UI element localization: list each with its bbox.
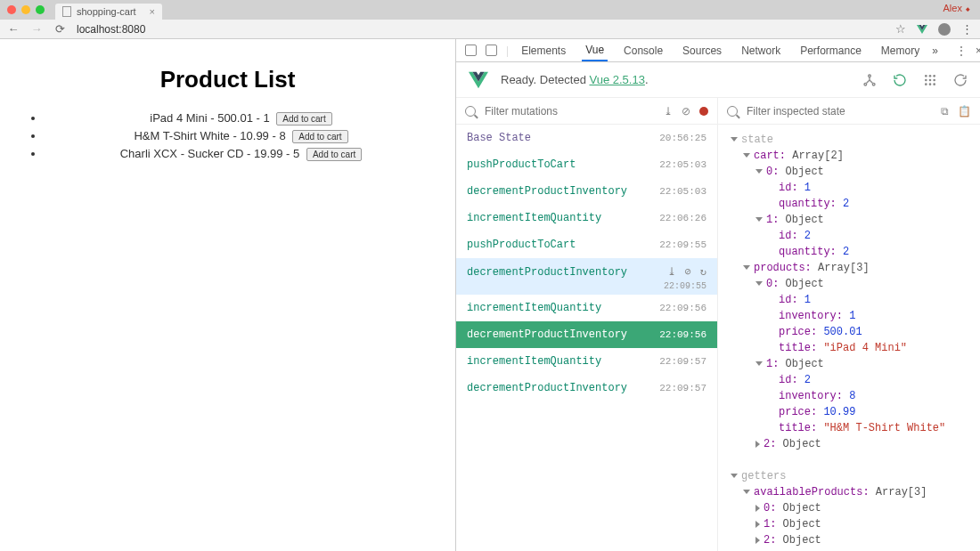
tree-row[interactable]: 2: Object [727, 436, 971, 452]
events-icon[interactable] [923, 73, 937, 87]
time-travel-icon[interactable]: ↻ [700, 265, 706, 279]
svg-point-11 [933, 83, 935, 85]
user-label[interactable]: Alex ⬥ [943, 3, 971, 13]
tree-row[interactable]: availableProducts: Array[3] [727, 484, 971, 500]
devtools-tabs: | ElementsVueConsoleSourcesNetworkPerfor… [456, 39, 980, 62]
forward-icon[interactable]: → [30, 22, 43, 36]
tree-row[interactable]: 1: Object [727, 356, 971, 372]
revert-icon[interactable]: ⊘ [685, 265, 691, 279]
svg-point-5 [933, 75, 935, 77]
state-panel: ⧉ 📋 statecart: Array[2]0: Objectid: 1qua… [718, 98, 980, 551]
mutation-item[interactable]: decrementProductInventory22:09:57 [456, 375, 717, 401]
tree-row[interactable]: 0: Object [727, 276, 971, 292]
tree-row[interactable]: 1: Object [727, 516, 971, 532]
components-icon[interactable] [862, 73, 877, 87]
tree-row[interactable]: products: Array[3] [727, 260, 971, 276]
vue-extension-icon[interactable] [917, 24, 927, 35]
state-filter-input[interactable] [747, 105, 932, 117]
vue-status-text: Ready. Detected Vue 2.5.13. [501, 73, 649, 86]
tree-row: title: "H&M T-Shirt White" [727, 420, 971, 436]
mutation-item[interactable]: decrementProductInventory22:09:56 [456, 321, 717, 348]
vuex-icon[interactable] [893, 73, 907, 87]
svg-point-8 [933, 78, 935, 81]
mutation-item[interactable]: decrementProductInventory22:05:03 [456, 178, 717, 205]
tree-row: id: 1 [727, 180, 971, 196]
vue-logo-icon [469, 70, 488, 90]
add-to-cart-button[interactable]: Add to cart [292, 130, 347, 143]
refresh-icon[interactable] [953, 73, 968, 87]
tree-row: inventory: 1 [727, 308, 971, 324]
mutations-list: Base State20:56:25pushProductToCart22:05… [456, 125, 717, 551]
star-icon[interactable]: ☆ [895, 22, 906, 36]
mutation-item[interactable]: incrementItemQuantity22:06:26 [456, 205, 717, 231]
close-window-icon[interactable] [7, 5, 16, 14]
commit-all-icon[interactable]: ⤓ [664, 105, 673, 117]
menu-icon[interactable]: ⋮ [961, 22, 973, 36]
vue-devtools-header: Ready. Detected Vue 2.5.13. [456, 62, 980, 98]
devtools-tab-sources[interactable]: Sources [679, 39, 725, 61]
tree-row: title: "iPad 4 Mini" [727, 340, 971, 356]
svg-point-3 [925, 75, 927, 77]
svg-point-10 [929, 83, 932, 85]
tree-row: quantity: 2 [727, 196, 971, 212]
svg-point-6 [925, 78, 927, 81]
copy-state-icon[interactable]: ⧉ [941, 105, 949, 117]
vue-version-link[interactable]: Vue 2.5.13 [589, 73, 644, 86]
mutations-filter-input[interactable] [485, 105, 655, 117]
tab-title: shopping-cart [77, 6, 136, 17]
close-tab-icon[interactable]: × [150, 6, 155, 17]
device-toggle-icon[interactable] [486, 45, 497, 56]
recording-icon[interactable] [699, 107, 708, 116]
back-icon[interactable]: ← [7, 22, 20, 36]
export-state-icon[interactable]: 📋 [958, 105, 971, 117]
mutation-item[interactable]: pushProductToCart22:09:55 [456, 231, 717, 258]
maximize-window-icon[interactable] [36, 5, 45, 14]
revert-all-icon[interactable]: ⊘ [682, 105, 690, 117]
mutation-item[interactable]: decrementProductInventory⤓⊘↻22:09:55 [456, 258, 717, 295]
devtools-tab-elements[interactable]: Elements [518, 39, 569, 61]
tree-row: inventory: 8 [727, 388, 971, 404]
devtools-menu-icon[interactable]: ⋮ [956, 45, 967, 57]
tree-row: id: 2 [727, 228, 971, 244]
state-tree: statecart: Array[2]0: Objectid: 1quantit… [718, 125, 980, 551]
commit-icon[interactable]: ⤓ [667, 265, 676, 279]
tree-row[interactable]: cart: Array[2] [727, 148, 971, 164]
add-to-cart-button[interactable]: Add to cart [306, 148, 362, 161]
add-to-cart-button[interactable]: Add to cart [276, 112, 331, 126]
window-controls [0, 0, 52, 20]
mutation-item[interactable]: Base State20:56:25 [456, 125, 717, 151]
tree-row: id: 2 [727, 372, 971, 388]
devtools-tab-memory[interactable]: Memory [878, 39, 923, 61]
url-text[interactable]: localhost:8080 [77, 23, 145, 36]
browser-tab[interactable]: shopping-cart × [55, 4, 162, 20]
devtools-tab-network[interactable]: Network [738, 39, 784, 61]
user-avatar-icon[interactable] [938, 23, 951, 36]
browser-tab-bar: shopping-cart × Alex ⬥ [0, 0, 980, 20]
devtools-tab-performance[interactable]: Performance [796, 39, 865, 61]
mutation-item[interactable]: pushProductToCart22:05:03 [456, 151, 717, 178]
mutation-item[interactable]: incrementItemQuantity22:09:57 [456, 348, 717, 375]
devtools-tab-console[interactable]: Console [620, 39, 666, 61]
tree-row[interactable]: getters [727, 468, 971, 484]
state-filter-row: ⧉ 📋 [718, 98, 980, 125]
tree-row[interactable]: state [727, 132, 971, 148]
product-item: H&M T-Shirt White - 10.99 - 8 Add to car… [45, 127, 437, 145]
inspect-element-icon[interactable] [465, 45, 477, 56]
minimize-window-icon[interactable] [21, 5, 30, 14]
tree-row[interactable]: 0: Object [727, 164, 971, 180]
tree-row[interactable]: 1: Object [727, 212, 971, 228]
product-item: Charli XCX - Sucker CD - 19.99 - 5 Add t… [45, 145, 437, 163]
devtools-close-icon[interactable]: × [976, 45, 980, 57]
page-content: Product List iPad 4 Mini - 500.01 - 1 Ad… [0, 39, 455, 551]
mutation-item[interactable]: incrementItemQuantity22:09:56 [456, 295, 717, 321]
devtools-tab-vue[interactable]: Vue [582, 39, 608, 61]
tree-row[interactable]: 2: Object [727, 532, 971, 548]
more-tabs-icon[interactable]: » [932, 45, 938, 57]
tree-row[interactable]: 0: Object [727, 500, 971, 516]
search-icon [465, 106, 476, 117]
tree-row [727, 452, 971, 468]
search-icon [727, 106, 738, 117]
svg-point-1 [864, 83, 867, 85]
product-item: iPad 4 Mini - 500.01 - 1 Add to cart [45, 109, 437, 127]
reload-icon[interactable]: ⟳ [53, 22, 66, 36]
